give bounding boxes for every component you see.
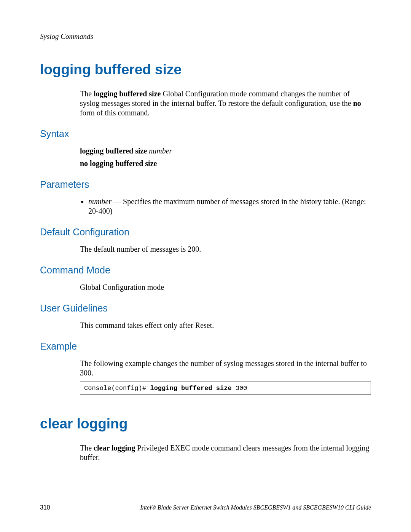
intro-text: The bbox=[80, 89, 94, 98]
section-title-clear-logging: clear logging bbox=[40, 416, 371, 432]
parameters-block: number — Specifies the maximum number of… bbox=[80, 197, 371, 216]
syntax-command: no logging buffered size bbox=[80, 159, 157, 168]
example-text: The following example changes the number… bbox=[80, 359, 371, 378]
syntax-block: logging buffered size number no logging … bbox=[80, 146, 371, 168]
code-example: Console(config)# logging buffered size 3… bbox=[80, 382, 371, 395]
syntax-arg: number bbox=[149, 147, 172, 155]
defaultcfg-text: The default number of messages is 200. bbox=[80, 244, 371, 254]
heading-parameters: Parameters bbox=[40, 179, 371, 190]
intro-text: form of this command. bbox=[80, 109, 150, 117]
code-command: logging buffered size bbox=[150, 385, 231, 392]
cmdmode-text: Global Configuration mode bbox=[80, 283, 371, 292]
code-prompt: Console(config)# bbox=[84, 385, 150, 392]
guidelines-text: This command takes effect only after Res… bbox=[80, 321, 371, 330]
heading-default-configuration: Default Configuration bbox=[40, 227, 371, 238]
intro-paragraph-2: The clear logging Privileged EXEC mode c… bbox=[80, 443, 371, 462]
intro-bold-2: no bbox=[353, 99, 361, 107]
syntax-line-1: logging buffered size number bbox=[80, 146, 371, 156]
page-number: 310 bbox=[40, 504, 50, 511]
syntax-command: logging buffered size bbox=[80, 147, 149, 155]
intro-bold-1: logging buffered size bbox=[94, 89, 161, 98]
heading-example: Example bbox=[40, 341, 371, 352]
intro-paragraph: The logging buffered size Global Configu… bbox=[80, 89, 371, 118]
heading-syntax: Syntax bbox=[40, 128, 371, 139]
parameter-item: number — Specifies the maximum number of… bbox=[88, 197, 371, 216]
page-footer: 310 Intel® Blade Server Ethernet Switch … bbox=[40, 504, 371, 511]
parameters-list: number — Specifies the maximum number of… bbox=[80, 197, 371, 216]
page: Syslog Commands logging buffered size Th… bbox=[0, 0, 411, 532]
running-header: Syslog Commands bbox=[40, 32, 371, 41]
heading-user-guidelines: User Guidelines bbox=[40, 303, 371, 314]
code-arg: 300 bbox=[232, 385, 247, 392]
section-title-logging-buffered-size: logging buffered size bbox=[40, 62, 371, 78]
heading-command-mode: Command Mode bbox=[40, 265, 371, 276]
guide-title: Intel® Blade Server Ethernet Switch Modu… bbox=[140, 504, 371, 511]
example-block: The following example changes the number… bbox=[80, 359, 371, 395]
intro-bold: clear logging bbox=[94, 444, 135, 452]
intro-text: The bbox=[80, 444, 94, 452]
param-desc: — Specifies the maximum number of messag… bbox=[88, 197, 366, 215]
param-name: number bbox=[88, 197, 112, 206]
syntax-line-2: no logging buffered size bbox=[80, 159, 371, 168]
